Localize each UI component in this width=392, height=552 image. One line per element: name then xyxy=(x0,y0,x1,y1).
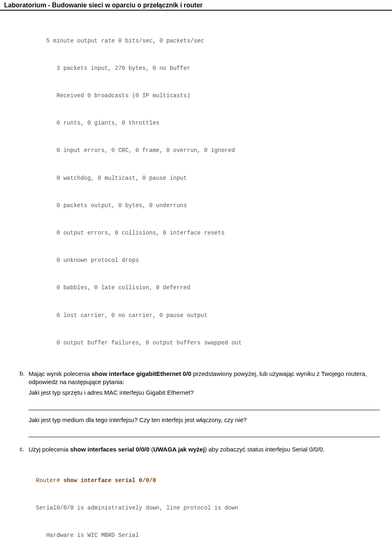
code-line: 0 runts, 0 giants, 0 throttles xyxy=(36,118,380,127)
code-line: 5 minute output rate 0 bits/sec, 0 packe… xyxy=(36,36,380,45)
command-name: show interface gigabitEthernet 0/0 xyxy=(91,370,191,377)
code-block-c: Router# show interface serial 0/0/0 Seri… xyxy=(36,458,380,552)
code-line: 0 watchdog, 0 multicast, 0 pause input xyxy=(36,174,380,183)
page-header: Laboratorium - Budowanie sieci w oparciu… xyxy=(0,0,392,11)
code-line: 0 packets output, 0 bytes, 0 underruns xyxy=(36,201,380,210)
code-line: Hardware is WIC MBRD Serial xyxy=(36,531,380,540)
question: Jaki jest typ sprzętu i adres MAC interf… xyxy=(29,389,380,397)
answer-line xyxy=(29,430,380,437)
answer-line xyxy=(29,403,380,410)
code-line: 3 packets input, 276 bytes, 0 no buffer xyxy=(36,64,380,73)
warning-text: UWAGA jak wyżej xyxy=(153,446,205,453)
list-item-b: b. Mając wynik polecenia show interface … xyxy=(20,370,380,443)
code-line: Received 0 broadcasts (0 IP multicasts) xyxy=(36,91,380,100)
header-title: Laboratorium - Budowanie sieci w oparciu… xyxy=(4,2,203,9)
item-body: Użyj polecenia show interfaces serial 0/… xyxy=(29,445,380,456)
code-prompt-line: Router# show interface serial 0/0/0 xyxy=(36,476,380,485)
question: Jaki jest typ medium dla tego interfejsu… xyxy=(29,416,380,424)
code-line: 0 input errors, 0 CRC, 0 frame, 0 overru… xyxy=(36,146,380,155)
item-marker: b. xyxy=(20,370,29,443)
code-line: 0 babbles, 0 late collision, 0 deferred xyxy=(36,283,380,292)
code-line: 0 lost carrier, 0 no carrier, 0 pause ou… xyxy=(36,311,380,320)
code-line: 0 output errors, 0 collisions, 0 interfa… xyxy=(36,228,380,237)
item-text: Mając wynik polecenia show interface gig… xyxy=(29,370,380,387)
code-line: Serial0/0/0 is administratively down, li… xyxy=(36,503,380,512)
code-line: 0 output buffer failures, 0 output buffe… xyxy=(36,338,380,347)
list-item-c: c. Użyj polecenia show interfaces serial… xyxy=(20,445,380,456)
item-body: Mając wynik polecenia show interface gig… xyxy=(29,370,380,443)
page-body: 5 minute output rate 0 bits/sec, 0 packe… xyxy=(0,11,392,552)
item-text: Użyj polecenia show interfaces serial 0/… xyxy=(29,445,380,454)
command-text: show interface serial 0/0/0 xyxy=(63,477,156,484)
code-line: 0 unknown protocol drops xyxy=(36,256,380,265)
command-name: show interfaces serial 0/0/0 xyxy=(70,446,149,453)
code-block-a: 5 minute output rate 0 bits/sec, 0 packe… xyxy=(36,18,380,366)
item-marker: c. xyxy=(20,445,29,456)
